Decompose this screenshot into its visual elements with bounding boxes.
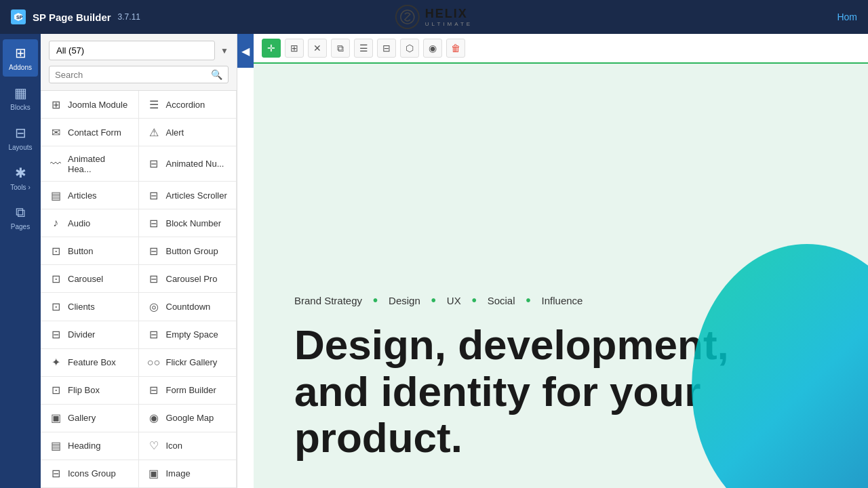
articles-icon: ▤	[49, 189, 62, 202]
form-builder-icon: ⊟	[147, 384, 161, 396]
delete-icon: 🗑	[451, 43, 460, 54]
addon-heading[interactable]: ▤ Heading	[41, 432, 139, 460]
addon-flip-box[interactable]: ⊡ Flip Box	[41, 377, 139, 405]
addon-label: Animated Hea...	[68, 154, 130, 174]
sidebar-label-pages: Pages	[11, 223, 30, 230]
app-version: 3.7.11	[118, 12, 140, 22]
canvas-toolbar: ✛ ⊞ ✕ ⧉ ☰ ⊟ ⬡ ◉ 🗑	[254, 34, 868, 64]
addon-animated-heading[interactable]: 〰 Animated Hea...	[41, 146, 139, 182]
flip-box-icon: ⊡	[49, 384, 62, 396]
icon-icon: ♡	[147, 439, 161, 452]
search-icon[interactable]: 🔍	[211, 69, 222, 80]
addon-divider[interactable]: ⊟ Divider	[41, 321, 139, 349]
canvas-content: Brand Strategy • Design • UX • Social • …	[254, 64, 868, 488]
addon-carousel[interactable]: ⊡ Carousel	[41, 265, 139, 293]
filter-select[interactable]: All (57)	[49, 41, 215, 60]
brand-tag-social: Social	[488, 295, 515, 306]
addon-label: Icon	[166, 441, 183, 451]
helix-brand: HELIX	[425, 7, 473, 21]
empty-space-icon: ⊟	[147, 328, 161, 341]
google-map-icon: ◉	[147, 411, 161, 424]
addon-gallery[interactable]: ▣ Gallery	[41, 405, 139, 432]
divider-icon: ⊟	[49, 328, 62, 341]
addon-form-builder[interactable]: ⊟ Form Builder	[139, 377, 237, 405]
addon-google-map[interactable]: ◉ Google Map	[139, 405, 237, 432]
collapse-button[interactable]: ◀	[237, 34, 254, 68]
addon-label: Alert	[166, 127, 184, 138]
addon-icons-group[interactable]: ⊟ Icons Group	[41, 460, 139, 488]
svg-text:SP: SP	[16, 15, 23, 20]
copy-icon: ⧉	[337, 43, 344, 54]
tools-icon: ✱	[15, 165, 26, 181]
brand-dot-2: •	[431, 293, 436, 308]
addon-contact-form[interactable]: ✉ Contact Form	[41, 119, 139, 146]
addon-audio[interactable]: ♪ Audio	[41, 209, 139, 237]
main-layout: ⊞ Addons ▦ Blocks ⊟ Layouts ✱ Tools › ⧉ …	[0, 34, 868, 488]
toolbar-save-button[interactable]: ⬡	[400, 39, 419, 58]
addon-carousel-pro[interactable]: ⊟ Carousel Pro	[139, 265, 237, 293]
heading-line-1: Design, development,	[294, 321, 729, 368]
addon-flickr-gallery[interactable]: ○○ Flickr Gallery	[139, 349, 237, 377]
addons-icon: ⊞	[15, 45, 26, 61]
canvas-area: ✛ ⊞ ✕ ⧉ ☰ ⊟ ⬡ ◉ 🗑	[254, 34, 868, 488]
addon-feature-box[interactable]: ✦ Feature Box	[41, 349, 139, 377]
addon-icon[interactable]: ♡ Icon	[139, 432, 237, 460]
button-icon: ⊡	[49, 245, 62, 258]
helix-logo: HELIX ULTIMATE	[395, 5, 473, 29]
sidebar-item-layouts[interactable]: ⊟ Layouts	[3, 119, 38, 157]
addon-joomla-module[interactable]: ⊞ Joomla Module	[41, 91, 139, 119]
addon-image[interactable]: ▣ Image	[139, 460, 237, 488]
sidebar-item-pages[interactable]: ⧉ Pages	[3, 199, 38, 236]
toolbar-layout-button[interactable]: ⊟	[377, 39, 396, 58]
addon-label: Empty Space	[166, 329, 218, 340]
filter-row: All (57) ▼	[49, 41, 229, 60]
addon-label: Clients	[68, 302, 95, 312]
brand-tag-design: Design	[389, 295, 420, 306]
top-bar-left: SP SP Page Builder 3.7.11	[11, 9, 140, 24]
toolbar-move-button[interactable]: ✛	[262, 39, 281, 58]
feature-box-icon: ✦	[49, 356, 62, 369]
sidebar-label-addons: Addons	[9, 64, 32, 71]
addon-articles[interactable]: ▤ Articles	[41, 182, 139, 209]
app-title: SP Page Builder	[33, 12, 111, 23]
addon-label: Button Group	[166, 246, 218, 256]
toolbar-grid-button[interactable]: ⊞	[285, 39, 304, 58]
addon-articles-scroller[interactable]: ⊟ Articles Scroller	[139, 182, 237, 209]
search-input[interactable]	[55, 70, 211, 80]
toolbar-settings-button[interactable]: ☰	[354, 39, 373, 58]
clients-icon: ⊡	[49, 300, 62, 313]
toolbar-close-button[interactable]: ✕	[308, 39, 327, 58]
addon-alert[interactable]: ⚠ Alert	[139, 119, 237, 146]
settings-icon: ☰	[359, 43, 368, 54]
top-bar: SP SP Page Builder 3.7.11 HELIX ULTIMATE…	[0, 0, 868, 34]
addon-countdown[interactable]: ◎ Countdown	[139, 293, 237, 321]
home-link[interactable]: Hom	[837, 12, 857, 22]
flickr-gallery-icon: ○○	[147, 357, 161, 369]
addon-animated-number[interactable]: ⊟ Animated Nu...	[139, 146, 237, 182]
toolbar-delete-button[interactable]: 🗑	[446, 39, 465, 58]
button-group-icon: ⊟	[147, 245, 161, 258]
addon-clients[interactable]: ⊡ Clients	[41, 293, 139, 321]
addon-empty-space[interactable]: ⊟ Empty Space	[139, 321, 237, 349]
addon-label: Flickr Gallery	[166, 357, 218, 367]
toolbar-copy-button[interactable]: ⧉	[331, 39, 350, 58]
addon-button-group[interactable]: ⊟ Button Group	[139, 237, 237, 265]
addon-accordion[interactable]: ☰ Accordion	[139, 91, 237, 119]
animated-number-icon: ⊟	[147, 157, 161, 170]
accordion-icon: ☰	[147, 98, 161, 111]
helix-circle-icon	[395, 5, 420, 29]
addon-label: Carousel	[68, 274, 103, 284]
sidebar-item-addons[interactable]: ⊞ Addons	[3, 39, 38, 77]
animated-heading-icon: 〰	[49, 158, 62, 170]
sidebar-item-blocks[interactable]: ▦ Blocks	[3, 79, 38, 117]
addon-button[interactable]: ⊡ Button	[41, 237, 139, 265]
addon-block-number[interactable]: ⊟ Block Number	[139, 209, 237, 237]
toolbar-color-button[interactable]: ◉	[423, 39, 442, 58]
sidebar-item-tools[interactable]: ✱ Tools ›	[3, 159, 38, 197]
brand-dot-3: •	[472, 293, 477, 308]
alert-icon: ⚠	[147, 126, 161, 139]
addon-label: Accordion	[166, 100, 205, 110]
addon-label: Contact Form	[68, 127, 121, 138]
addon-label: Heading	[68, 441, 100, 451]
search-row: 🔍	[49, 66, 229, 83]
